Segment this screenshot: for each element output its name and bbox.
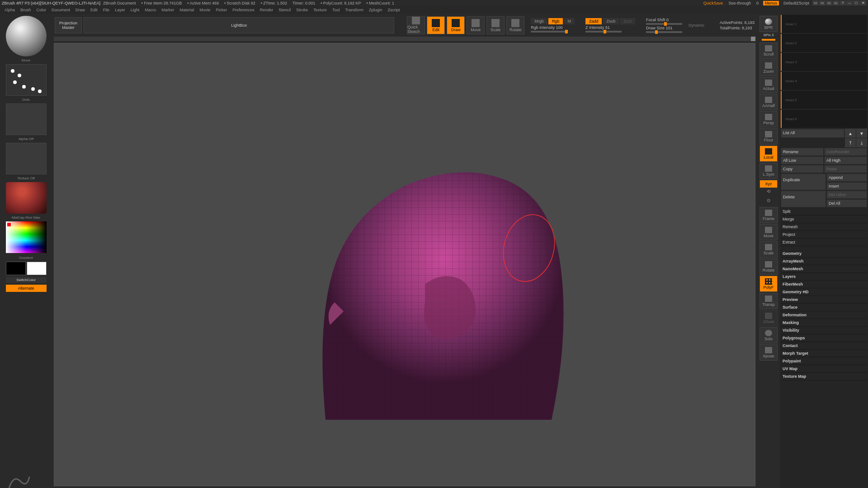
movedown2-button[interactable]: ⤓ xyxy=(856,138,867,147)
uvmap-section[interactable]: UV Map xyxy=(781,365,867,373)
mrgb-button[interactable]: Mrgb xyxy=(531,18,547,24)
dynamic-label[interactable]: Dynamic xyxy=(689,23,704,28)
quicksketch-button[interactable]: Quick Sketch xyxy=(407,16,425,34)
layers-section[interactable]: Layers xyxy=(781,273,867,281)
menu-texture[interactable]: Texture xyxy=(311,8,330,12)
menu-preferences[interactable]: Preferences xyxy=(230,8,257,12)
aahalf-button[interactable]: AAHalf xyxy=(760,94,778,110)
material-preview[interactable] xyxy=(6,182,47,214)
geometry-section[interactable]: Geometry xyxy=(781,250,867,258)
alpha-preview[interactable] xyxy=(6,103,47,135)
menu-picker[interactable]: Picker xyxy=(213,8,230,12)
extract-section[interactable]: Extract xyxy=(781,239,867,246)
menu-edit[interactable]: Edit xyxy=(88,8,100,12)
actual-button[interactable]: Actual xyxy=(760,77,778,93)
menu-layer[interactable]: Layer xyxy=(112,8,128,12)
z-intensity-slider[interactable]: Z Intensity 51 xyxy=(585,25,610,30)
focal-shift-slider[interactable]: Focal Shift 0 xyxy=(646,18,669,22)
moveup2-button[interactable]: ⤒ xyxy=(845,138,856,147)
polyf-button[interactable]: PolyF xyxy=(760,276,778,292)
floor-button[interactable]: Floor xyxy=(760,128,778,145)
paste-button[interactable]: Paste xyxy=(824,165,867,173)
delall-button[interactable]: Del All xyxy=(826,199,867,207)
allhigh-button[interactable]: All High xyxy=(824,156,867,164)
copy-button[interactable]: Copy xyxy=(781,165,824,173)
menu-marker[interactable]: Marker xyxy=(159,8,177,12)
rename-button[interactable]: Rename xyxy=(781,148,824,156)
rot-toggle[interactable]: ⟲ xyxy=(767,189,770,197)
zsub-button[interactable]: Zsub xyxy=(603,18,619,24)
center-toggle[interactable]: ⊙ xyxy=(767,198,770,206)
focal-knob[interactable] xyxy=(664,22,667,26)
close-button[interactable]: ✕ xyxy=(860,0,866,5)
minimize-button[interactable]: – xyxy=(846,0,853,5)
autoreorder-button[interactable]: AutoReorder xyxy=(824,148,867,156)
xyz-button[interactable]: Xyz xyxy=(760,180,778,188)
menu-tool[interactable]: Tool xyxy=(330,8,343,12)
rscale-button[interactable]: Scale xyxy=(760,241,778,258)
xpose-button[interactable]: Xpose xyxy=(760,344,778,361)
secondary-color-swatch[interactable] xyxy=(6,262,26,275)
delete-button[interactable]: Delete xyxy=(781,191,826,207)
scale-button[interactable]: Scale xyxy=(486,16,505,34)
surface-section[interactable]: Surface xyxy=(781,304,867,311)
edit-button[interactable]: Edit xyxy=(427,16,445,34)
switchcolor-button[interactable]: SwitchColor xyxy=(6,277,47,283)
contact-section[interactable]: Contact xyxy=(781,342,867,350)
solo-button[interactable]: Solo xyxy=(760,327,778,343)
draw-button[interactable]: Draw xyxy=(447,16,465,34)
zoom-button[interactable]: Zoom xyxy=(760,60,778,76)
projection-master-button[interactable]: Projection Master xyxy=(55,17,82,33)
alllow-button[interactable]: All Low xyxy=(781,156,824,164)
moveup-button[interactable]: ▲ xyxy=(845,129,856,138)
deformation-section[interactable]: Deformation xyxy=(781,311,867,319)
layout1-button[interactable]: ▭ xyxy=(812,0,819,5)
rrotate-button[interactable]: Rotate xyxy=(760,258,778,275)
polygroups-section[interactable]: Polygroups xyxy=(781,334,867,342)
quicksave-button[interactable]: QuickSave xyxy=(703,1,723,5)
geometryhd-section[interactable]: Geometry HD xyxy=(781,288,867,296)
polypaint-section[interactable]: Polypaint xyxy=(781,357,867,365)
subtool-item[interactable]: Head 2 xyxy=(781,34,867,52)
stroke-preview[interactable] xyxy=(6,64,47,96)
gradient-label[interactable]: Gradient xyxy=(0,256,52,260)
split-section[interactable]: Split xyxy=(781,208,867,216)
layout2-button[interactable]: ▭ xyxy=(819,0,826,5)
merge-section[interactable]: Merge xyxy=(781,216,867,223)
persp-button[interactable]: Persp xyxy=(760,111,778,127)
zcut-button[interactable]: Zcut xyxy=(620,18,635,24)
menu-zscript[interactable]: Zscript xyxy=(385,8,403,12)
menu-stencil[interactable]: Stencil xyxy=(276,8,293,12)
rgb-intensity-slider[interactable]: Rgb Intensity 100 xyxy=(531,25,562,30)
bpr-button[interactable]: BPR xyxy=(760,16,778,32)
menu-draw[interactable]: Draw xyxy=(73,8,88,12)
lsym-button[interactable]: L.Sym xyxy=(760,163,778,179)
defaultscript-button[interactable]: DefaultZScript xyxy=(783,1,809,5)
layout4-button[interactable]: ▭ xyxy=(833,0,839,5)
subtool-item[interactable]: Head 5 xyxy=(781,91,867,109)
rgb-button[interactable]: Rgb xyxy=(548,18,563,24)
lightbox-button[interactable]: LightBox xyxy=(84,17,394,33)
menu-zplugin[interactable]: Zplugin xyxy=(366,8,385,12)
rgb-intensity-knob[interactable] xyxy=(565,30,568,33)
spix-slider[interactable] xyxy=(762,39,775,41)
append-button[interactable]: Append xyxy=(826,174,867,182)
delother-button[interactable]: Del Other xyxy=(826,191,867,199)
transp-button[interactable]: Transp xyxy=(760,293,778,309)
help-button[interactable]: ? xyxy=(840,0,846,5)
move-button[interactable]: Move xyxy=(467,16,485,34)
menu-brush[interactable]: Brush xyxy=(18,8,34,12)
maximize-button[interactable]: □ xyxy=(853,0,859,5)
brush-preview[interactable] xyxy=(6,16,47,56)
timeline[interactable] xyxy=(54,37,755,41)
menu-light[interactable]: Light xyxy=(128,8,142,12)
m-button[interactable]: M xyxy=(564,18,575,24)
z-intensity-knob[interactable] xyxy=(604,30,606,33)
alternate-button[interactable]: Alternate xyxy=(6,285,47,292)
menu-alpha[interactable]: Alpha xyxy=(2,8,18,12)
preview-section[interactable]: Preview xyxy=(781,296,867,304)
rmove-button[interactable]: Move xyxy=(760,224,778,240)
menu-macro[interactable]: Macro xyxy=(142,8,159,12)
viewport-canvas[interactable] xyxy=(54,43,755,486)
menus-button[interactable]: Menus xyxy=(763,1,779,5)
